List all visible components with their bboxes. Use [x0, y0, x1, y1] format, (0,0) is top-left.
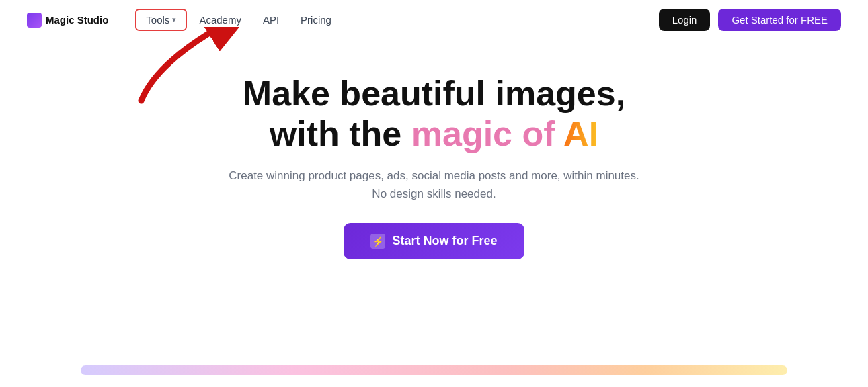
hero-ai-text: AI	[563, 114, 598, 153]
hero-space2	[555, 114, 564, 153]
nav-pricing-label: Pricing	[301, 14, 331, 26]
hero-space	[512, 114, 522, 153]
hero-title: Make beautiful images, with the magic of…	[243, 74, 625, 155]
hero-of-text: of	[522, 114, 555, 153]
nav-api-link[interactable]: API	[253, 10, 288, 30]
logo-icon	[27, 13, 42, 28]
hero-subtitle: Create winning product pages, ads, socia…	[229, 167, 639, 203]
nav-pricing-link[interactable]: Pricing	[291, 10, 341, 30]
hero-title-line1: Make beautiful images,	[243, 74, 625, 114]
nav-right: Login Get Started for FREE	[659, 9, 841, 31]
nav-academy-link[interactable]: Academy	[190, 10, 251, 30]
tools-chevron-icon: ▾	[172, 15, 176, 24]
nav-tools-link[interactable]: Tools ▾	[135, 9, 187, 31]
nav-tools-label: Tools	[146, 14, 169, 26]
login-button[interactable]: Login	[659, 9, 711, 31]
gradient-decoration-bar	[81, 366, 787, 375]
start-now-button[interactable]: ⚡ Start Now for Free	[344, 223, 524, 259]
logo[interactable]: Magic Studio	[27, 13, 108, 28]
hero-title-prefix: with the	[270, 114, 411, 153]
nav-links: Tools ▾ Academy API Pricing	[135, 9, 658, 31]
hero-section: Make beautiful images, with the magic of…	[0, 40, 868, 280]
get-started-button[interactable]: Get Started for FREE	[718, 9, 841, 31]
start-button-label: Start Now for Free	[392, 234, 497, 248]
hero-subtitle-line1: Create winning product pages, ads, socia…	[229, 169, 639, 182]
start-button-icon: ⚡	[370, 234, 385, 249]
hero-subtitle-line2: No design skills needed.	[372, 187, 496, 200]
logo-text: Magic Studio	[46, 14, 108, 26]
hero-title-line2: with the magic of AI	[243, 114, 625, 155]
navbar: Magic Studio Tools ▾ Academy API Pricing…	[0, 0, 868, 40]
nav-academy-label: Academy	[199, 14, 241, 26]
nav-api-label: API	[263, 14, 279, 26]
hero-magic-text: magic	[411, 114, 512, 153]
